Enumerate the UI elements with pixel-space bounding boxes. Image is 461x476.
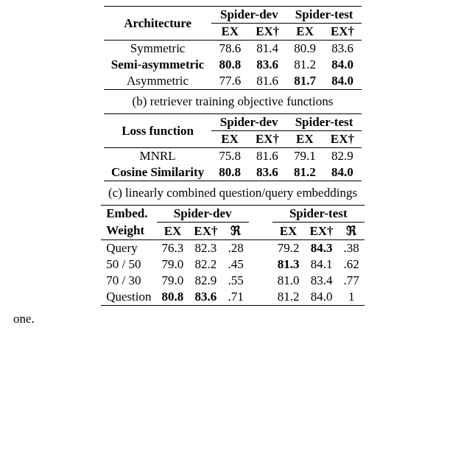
table-cell: 82.9 [323,148,362,165]
col-exd: EX† [248,24,286,41]
table-cell: 1 [339,289,365,306]
table-cell: 75.8 [211,148,248,165]
table-row: Query76.382.3.2879.284.3.38 [101,240,365,257]
table-cell: 81.4 [248,41,286,57]
table-a: Architecture Spider-dev Spider-test EX E… [13,6,452,90]
table-cell: 79.1 [286,148,323,165]
table-cell: 50 / 50 [101,256,156,273]
table-cell: 79.2 [272,240,305,257]
col-gap [249,256,272,273]
table-cell: 76.3 [157,240,189,257]
table-cell: Cosine Similarity [104,164,211,181]
table-cell: 83.6 [248,57,286,73]
col-gap [249,240,272,257]
table-row: Cosine Similarity80.883.681.284.0 [104,164,362,181]
table-c-rowheader-line2: Weight [101,223,156,240]
table-cell: Asymmetric [104,73,212,90]
table-cell: 81.7 [286,73,323,90]
table-cell: 80.9 [286,41,323,57]
caption-c: (c) linearly combined question/query emb… [13,186,452,200]
table-row: Asymmetric77.681.681.784.0 [104,73,362,90]
table-cell: 82.2 [189,256,222,273]
col-exd: EX† [323,131,362,148]
table-cell: Symmetric [104,41,212,57]
table-cell: 81.2 [286,164,323,181]
col-ex: EX [157,223,189,240]
table-cell: 84.0 [323,57,362,73]
table-cell: 81.3 [272,256,305,273]
table-cell: 84.3 [304,240,338,257]
table-cell: 83.6 [323,41,362,57]
table-cell: 80.8 [157,289,189,306]
table-cell: MNRL [104,148,211,165]
col-gap [249,289,272,306]
table-a-rowheader: Architecture [104,7,212,41]
table-row: MNRL75.881.679.182.9 [104,148,362,165]
table-b-group-dev: Spider-dev [211,114,286,131]
table-cell: 80.8 [211,164,248,181]
col-gap [249,223,272,240]
col-ex: EX [272,223,305,240]
table-cell: 79.0 [157,256,189,273]
table-c-group-dev: Spider-dev [157,206,249,223]
table-cell: 78.6 [211,41,248,57]
col-ex: EX [211,131,248,148]
table-cell: 84.1 [304,256,338,273]
col-gap [249,273,272,289]
table-row: Semi-asymmetric80.883.681.284.0 [104,57,362,73]
table-cell: .38 [339,240,365,257]
table-cell: Question [101,289,156,306]
col-gap [249,206,272,223]
footer-cut-text: one. [13,312,452,326]
table-cell: .45 [222,256,248,273]
col-exd: EX† [189,223,222,240]
table-cell: 81.6 [248,148,286,165]
table-cell: 81.0 [272,273,305,289]
table-cell: 84.0 [304,289,338,306]
table-cell: 83.4 [304,273,338,289]
table-cell: 83.6 [189,289,222,306]
table-cell: .28 [222,240,248,257]
table-cell: Query [101,240,156,257]
col-ex: EX [286,24,323,41]
table-c-body: Query76.382.3.2879.284.3.3850 / 5079.082… [101,240,365,306]
table-a-body: Symmetric78.681.480.983.6Semi-asymmetric… [104,41,362,90]
table-a-group-dev: Spider-dev [211,7,286,24]
table-cell: 81.2 [286,57,323,73]
table-c-table: Embed. Spider-dev Spider-test Weight EX … [101,205,365,306]
table-cell: 84.0 [323,164,362,181]
col-ex: EX [286,131,323,148]
table-cell: 82.3 [189,240,222,257]
table-cell: .62 [339,256,365,273]
table-a-table: Architecture Spider-dev Spider-test EX E… [104,6,362,90]
caption-b: (b) retriever training objective functio… [13,94,452,109]
table-b-table: Loss function Spider-dev Spider-test EX … [104,113,362,181]
table-cell: 84.0 [323,73,362,90]
table-cell: 81.6 [248,73,286,90]
table-a-group-test: Spider-test [286,7,362,24]
table-c: Embed. Spider-dev Spider-test Weight EX … [13,205,452,306]
table-cell: 79.0 [157,273,189,289]
table-cell: 70 / 30 [101,273,156,289]
table-c-group-test: Spider-test [272,206,365,223]
table-cell: 83.6 [248,164,286,181]
col-exd: EX† [304,223,338,240]
col-ex: EX [211,24,248,41]
table-b-rowheader: Loss function [104,114,211,148]
table-cell: 81.2 [272,289,305,306]
table-cell: 80.8 [211,57,248,73]
table-row: Symmetric78.681.480.983.6 [104,41,362,57]
col-exd: EX† [323,24,362,41]
table-cell: .55 [222,273,248,289]
table-cell: 82.9 [189,273,222,289]
table-b: Loss function Spider-dev Spider-test EX … [13,113,452,181]
table-c-rowheader-line1: Embed. [101,206,156,223]
table-cell: 77.6 [211,73,248,90]
table-cell: .77 [339,273,365,289]
table-b-body: MNRL75.881.679.182.9Cosine Similarity80.… [104,148,362,181]
table-row: 70 / 3079.082.9.5581.083.4.77 [101,273,365,289]
table-cell: .71 [222,289,248,306]
col-r: ℜ [339,223,365,240]
col-r: ℜ [222,223,248,240]
col-exd: EX† [248,131,286,148]
